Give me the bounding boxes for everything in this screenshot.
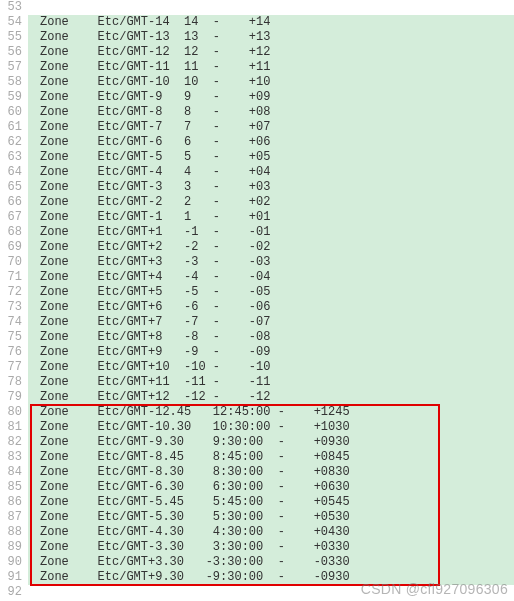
code-text: Zone Etc/GMT+4 -4 - -04: [28, 270, 514, 285]
code-row: 87Zone Etc/GMT-5.30 5:30:00 - +0530: [0, 510, 514, 525]
code-row: 80Zone Etc/GMT-12.45 12:45:00 - +1245: [0, 405, 514, 420]
code-block: 5354Zone Etc/GMT-14 14 - +1455Zone Etc/G…: [0, 0, 514, 600]
line-number: 83: [0, 450, 28, 465]
code-text: Zone Etc/GMT+6 -6 - -06: [28, 300, 514, 315]
code-row: 86Zone Etc/GMT-5.45 5:45:00 - +0545: [0, 495, 514, 510]
code-row: 74Zone Etc/GMT+7 -7 - -07: [0, 315, 514, 330]
code-text: Zone Etc/GMT+5 -5 - -05: [28, 285, 514, 300]
code-text: Zone Etc/GMT-9 9 - +09: [28, 90, 514, 105]
line-number: 92: [0, 585, 28, 600]
code-row: 53: [0, 0, 514, 15]
line-number: 67: [0, 210, 28, 225]
line-number: 79: [0, 390, 28, 405]
line-number: 84: [0, 465, 28, 480]
code-text: Zone Etc/GMT+7 -7 - -07: [28, 315, 514, 330]
code-text: Zone Etc/GMT-13 13 - +13: [28, 30, 514, 45]
code-text: Zone Etc/GMT-12 12 - +12: [28, 45, 514, 60]
line-number: 61: [0, 120, 28, 135]
line-number: 81: [0, 420, 28, 435]
code-row: 75Zone Etc/GMT+8 -8 - -08: [0, 330, 514, 345]
line-number: 77: [0, 360, 28, 375]
code-row: 63Zone Etc/GMT-5 5 - +05: [0, 150, 514, 165]
code-row: 84Zone Etc/GMT-8.30 8:30:00 - +0830: [0, 465, 514, 480]
code-row: 79Zone Etc/GMT+12 -12 - -12: [0, 390, 514, 405]
line-number: 60: [0, 105, 28, 120]
code-row: 76Zone Etc/GMT+9 -9 - -09: [0, 345, 514, 360]
code-text: Zone Etc/GMT-4.30 4:30:00 - +0430: [28, 525, 514, 540]
code-row: 73Zone Etc/GMT+6 -6 - -06: [0, 300, 514, 315]
code-row: 68Zone Etc/GMT+1 -1 - -01: [0, 225, 514, 240]
code-row: 58Zone Etc/GMT-10 10 - +10: [0, 75, 514, 90]
line-number: 54: [0, 15, 28, 30]
line-number: 86: [0, 495, 28, 510]
code-text: Zone Etc/GMT-6 6 - +06: [28, 135, 514, 150]
code-text: Zone Etc/GMT+1 -1 - -01: [28, 225, 514, 240]
code-row: 85Zone Etc/GMT-6.30 6:30:00 - +0630: [0, 480, 514, 495]
line-number: 62: [0, 135, 28, 150]
line-number: 82: [0, 435, 28, 450]
code-text: Zone Etc/GMT-14 14 - +14: [28, 15, 514, 30]
line-number: 56: [0, 45, 28, 60]
code-text: Zone Etc/GMT-2 2 - +02: [28, 195, 514, 210]
line-number: 75: [0, 330, 28, 345]
code-text: Zone Etc/GMT-6.30 6:30:00 - +0630: [28, 480, 514, 495]
code-text: Zone Etc/GMT+3.30 -3:30:00 - -0330: [28, 555, 514, 570]
code-row: 59Zone Etc/GMT-9 9 - +09: [0, 90, 514, 105]
line-number: 87: [0, 510, 28, 525]
code-row: 56Zone Etc/GMT-12 12 - +12: [0, 45, 514, 60]
line-number: 72: [0, 285, 28, 300]
line-number: 65: [0, 180, 28, 195]
line-number: 88: [0, 525, 28, 540]
code-text: Zone Etc/GMT-11 11 - +11: [28, 60, 514, 75]
line-number: 59: [0, 90, 28, 105]
line-number: 76: [0, 345, 28, 360]
code-row: 82Zone Etc/GMT-9.30 9:30:00 - +0930: [0, 435, 514, 450]
line-number: 74: [0, 315, 28, 330]
line-number: 89: [0, 540, 28, 555]
code-row: 69Zone Etc/GMT+2 -2 - -02: [0, 240, 514, 255]
code-text: Zone Etc/GMT+12 -12 - -12: [28, 390, 514, 405]
code-text: Zone Etc/GMT+9 -9 - -09: [28, 345, 514, 360]
code-row: 72Zone Etc/GMT+5 -5 - -05: [0, 285, 514, 300]
code-text: Zone Etc/GMT+11 -11 - -11: [28, 375, 514, 390]
code-row: 89Zone Etc/GMT-3.30 3:30:00 - +0330: [0, 540, 514, 555]
code-row: 88Zone Etc/GMT-4.30 4:30:00 - +0430: [0, 525, 514, 540]
code-row: 54Zone Etc/GMT-14 14 - +14: [0, 15, 514, 30]
line-number: 64: [0, 165, 28, 180]
code-text: Zone Etc/GMT-5 5 - +05: [28, 150, 514, 165]
code-text: Zone Etc/GMT-5.45 5:45:00 - +0545: [28, 495, 514, 510]
watermark: CSDN @cfl927096306: [361, 581, 508, 597]
code-text: Zone Etc/GMT-5.30 5:30:00 - +0530: [28, 510, 514, 525]
code-row: 60Zone Etc/GMT-8 8 - +08: [0, 105, 514, 120]
code-row: 78Zone Etc/GMT+11 -11 - -11: [0, 375, 514, 390]
line-number: 70: [0, 255, 28, 270]
line-number: 68: [0, 225, 28, 240]
code-text: Zone Etc/GMT-9.30 9:30:00 - +0930: [28, 435, 514, 450]
code-text: Zone Etc/GMT-10 10 - +10: [28, 75, 514, 90]
code-text: Zone Etc/GMT-7 7 - +07: [28, 120, 514, 135]
line-number: 53: [0, 0, 28, 15]
line-number: 69: [0, 240, 28, 255]
code-row: 66Zone Etc/GMT-2 2 - +02: [0, 195, 514, 210]
code-text: Zone Etc/GMT-4 4 - +04: [28, 165, 514, 180]
code-text: Zone Etc/GMT+3 -3 - -03: [28, 255, 514, 270]
code-text: Zone Etc/GMT-8.45 8:45:00 - +0845: [28, 450, 514, 465]
code-text: Zone Etc/GMT-3.30 3:30:00 - +0330: [28, 540, 514, 555]
line-number: 58: [0, 75, 28, 90]
code-text: Zone Etc/GMT+10 -10 - -10: [28, 360, 514, 375]
code-row: 64Zone Etc/GMT-4 4 - +04: [0, 165, 514, 180]
code-text: Zone Etc/GMT+2 -2 - -02: [28, 240, 514, 255]
line-number: 85: [0, 480, 28, 495]
code-text: Zone Etc/GMT-1 1 - +01: [28, 210, 514, 225]
code-row: 61Zone Etc/GMT-7 7 - +07: [0, 120, 514, 135]
line-number: 55: [0, 30, 28, 45]
line-number: 66: [0, 195, 28, 210]
code-row: 71Zone Etc/GMT+4 -4 - -04: [0, 270, 514, 285]
code-text: Zone Etc/GMT-10.30 10:30:00 - +1030: [28, 420, 514, 435]
code-row: 81Zone Etc/GMT-10.30 10:30:00 - +1030: [0, 420, 514, 435]
code-text: Zone Etc/GMT-8.30 8:30:00 - +0830: [28, 465, 514, 480]
code-text: Zone Etc/GMT-12.45 12:45:00 - +1245: [28, 405, 514, 420]
code-row: 83Zone Etc/GMT-8.45 8:45:00 - +0845: [0, 450, 514, 465]
code-row: 90Zone Etc/GMT+3.30 -3:30:00 - -0330: [0, 555, 514, 570]
line-number: 63: [0, 150, 28, 165]
